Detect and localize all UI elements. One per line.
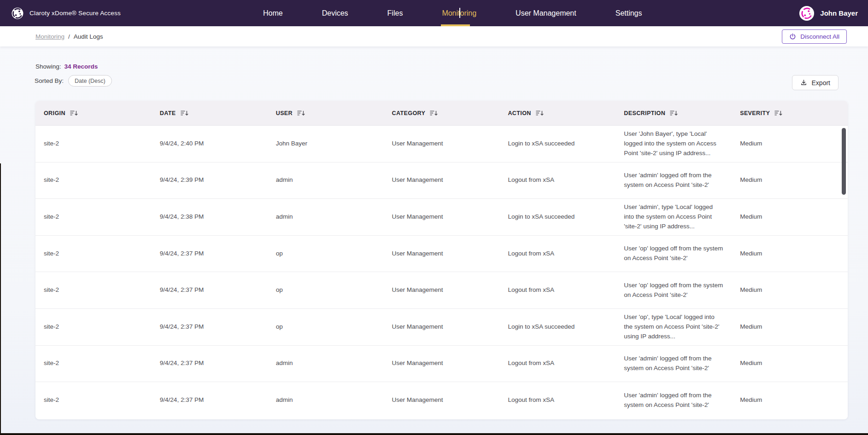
cell-date: 9/4/24, 2:38 PM (152, 199, 268, 235)
cell-date: 9/4/24, 2:37 PM (152, 272, 268, 308)
cell-date: 9/4/24, 2:40 PM (152, 126, 268, 162)
cell-severity: Medium (732, 346, 848, 382)
nav-item-settings[interactable]: Settings (616, 0, 642, 26)
column-header-category[interactable]: Category (384, 110, 500, 116)
column-header-description[interactable]: Description (616, 110, 732, 116)
sort-filter-icon (535, 110, 544, 116)
user-menu[interactable]: John Bayer (799, 0, 858, 26)
sort-filter-icon (774, 110, 783, 116)
cell-origin: site-2 (35, 199, 152, 235)
sorted-by-label: Sorted By: (35, 77, 64, 84)
cell-user: admin (268, 199, 384, 235)
table-row[interactable]: site-2 9/4/24, 2:37 PM admin User Manage… (35, 382, 848, 419)
breadcrumb-bar: Monitoring / Audit Logs Disconnect All (0, 26, 868, 46)
breadcrumb-monitoring-link[interactable]: Monitoring (35, 33, 65, 40)
nav-item-monitoring[interactable]: Monitoring (442, 0, 476, 26)
cell-action: Logout from xSA (499, 272, 616, 308)
audit-table-header: Origin Date User Category (35, 101, 848, 126)
cell-date: 9/4/24, 2:37 PM (152, 346, 268, 382)
cell-description: User 'admin' logged off from the system … (616, 346, 732, 382)
cell-origin: site-2 (35, 382, 152, 419)
cell-severity: Medium (732, 382, 848, 419)
cell-description: User 'op' logged off from the system on … (616, 272, 732, 308)
export-label: Export (812, 79, 830, 87)
cell-action: Login to xSA succeeded (499, 199, 616, 235)
main-nav: Home Devices Files Monitoring User Manag… (263, 0, 642, 26)
column-header-date[interactable]: Date (152, 110, 268, 116)
cell-category: User Management (384, 236, 500, 272)
breadcrumb-separator: / (68, 33, 70, 40)
table-row[interactable]: site-2 9/4/24, 2:37 PM op User Managemen… (35, 236, 848, 273)
cell-user: op (268, 236, 384, 272)
cell-date: 9/4/24, 2:39 PM (152, 162, 268, 199)
records-count: 34 Records (65, 63, 98, 70)
cell-severity: Medium (732, 236, 848, 272)
screen-edge-artifact-bottom (0, 433, 868, 435)
cell-severity: Medium (732, 199, 848, 235)
cell-category: User Management (384, 199, 500, 235)
table-row[interactable]: site-2 9/4/24, 2:40 PM John Bayer User M… (35, 126, 848, 162)
cell-description: User 'admin' logged off from the system … (616, 162, 732, 199)
showing-summary: Showing: 34 Records (35, 63, 98, 70)
cell-origin: site-2 (35, 236, 152, 272)
cell-action: Login to xSA succeeded (499, 126, 616, 162)
table-row[interactable]: site-2 9/4/24, 2:37 PM admin User Manage… (35, 346, 848, 383)
cell-category: User Management (384, 272, 500, 308)
cell-origin: site-2 (35, 346, 152, 382)
cell-origin: site-2 (35, 272, 152, 308)
top-navbar: Claroty xDome® Secure Access Home Device… (0, 0, 868, 26)
sort-chip-date-desc[interactable]: Date (Desc) (68, 75, 112, 87)
screen-edge-artifact-left (0, 163, 1, 435)
cell-action: Logout from xSA (499, 162, 616, 199)
cell-action: Logout from xSA (499, 382, 616, 419)
column-header-action[interactable]: Action (499, 110, 616, 116)
cell-severity: Medium (732, 309, 848, 345)
cell-severity: Medium (732, 126, 848, 162)
table-row[interactable]: site-2 9/4/24, 2:37 PM op User Managemen… (35, 309, 848, 346)
cell-description: User 'op', type 'Local' logged into the … (616, 309, 732, 345)
cell-category: User Management (384, 382, 500, 419)
column-header-user[interactable]: User (268, 110, 384, 116)
sort-filter-icon (429, 110, 438, 116)
power-icon (789, 33, 796, 40)
sorted-by: Sorted By: Date (Desc) (35, 75, 112, 87)
showing-label: Showing: (35, 63, 61, 70)
sort-filter-icon (297, 110, 305, 116)
cell-user: admin (268, 382, 384, 419)
table-row[interactable]: site-2 9/4/24, 2:39 PM admin User Manage… (35, 162, 848, 199)
column-header-origin[interactable]: Origin (35, 110, 152, 116)
cell-origin: site-2 (35, 162, 152, 199)
nav-item-files[interactable]: Files (387, 0, 403, 26)
cell-action: Logout from xSA (499, 346, 616, 382)
column-header-severity[interactable]: Severity (732, 110, 848, 116)
brand: Claroty xDome® Secure Access (0, 7, 121, 20)
nav-item-devices[interactable]: Devices (322, 0, 348, 26)
cell-action: Login to xSA succeeded (499, 309, 616, 345)
export-button[interactable]: Export (792, 75, 839, 90)
sort-filter-icon (669, 110, 678, 116)
cell-category: User Management (384, 346, 500, 382)
text-cursor (459, 8, 460, 18)
breadcrumb: Monitoring / Audit Logs (35, 33, 103, 40)
nav-item-user-management[interactable]: User Management (516, 0, 576, 26)
avatar (799, 6, 815, 21)
user-name: John Bayer (820, 9, 858, 17)
disconnect-all-label: Disconnect All (800, 33, 839, 40)
cell-severity: Medium (732, 162, 848, 199)
cell-action: Logout from xSA (499, 236, 616, 272)
page-title: Audit Logs (74, 33, 103, 40)
cell-description: User 'op' logged off from the system on … (616, 236, 732, 272)
disconnect-all-button[interactable]: Disconnect All (782, 29, 847, 44)
claroty-logo-icon (11, 7, 24, 20)
cell-user: op (268, 272, 384, 308)
table-row[interactable]: site-2 9/4/24, 2:38 PM admin User Manage… (35, 199, 848, 236)
cell-user: John Bayer (268, 126, 384, 162)
table-scrollbar-thumb[interactable] (842, 128, 846, 195)
table-row[interactable]: site-2 9/4/24, 2:37 PM op User Managemen… (35, 272, 848, 309)
cell-user: admin (268, 346, 384, 382)
app-title: Claroty xDome® Secure Access (29, 10, 121, 17)
nav-item-home[interactable]: Home (263, 0, 283, 26)
cell-date: 9/4/24, 2:37 PM (152, 309, 268, 345)
cell-category: User Management (384, 309, 500, 345)
cell-category: User Management (384, 126, 500, 162)
